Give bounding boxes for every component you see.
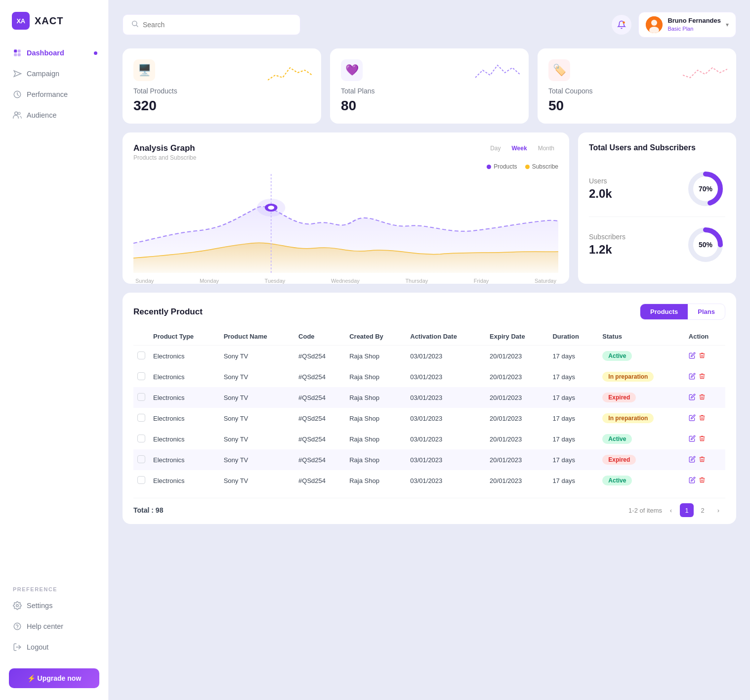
row-checkbox[interactable] <box>137 393 145 401</box>
row-checkbox[interactable] <box>137 372 145 380</box>
action-icons <box>689 435 721 443</box>
svg-rect-0 <box>14 49 17 52</box>
edit-button[interactable] <box>689 477 696 485</box>
status-badge: Expired <box>602 455 636 465</box>
row-check-cell[interactable] <box>133 366 149 387</box>
row-expiry: 20/01/2023 <box>486 366 548 387</box>
status-badge: Expired <box>602 393 636 402</box>
period-day[interactable]: Day <box>486 143 504 153</box>
pagination-page-1[interactable]: 1 <box>680 503 694 517</box>
row-checkbox[interactable] <box>137 476 145 484</box>
tab-products[interactable]: Products <box>640 304 688 319</box>
row-expiry: 20/01/2023 <box>486 387 548 408</box>
row-check-cell[interactable] <box>133 346 149 367</box>
legend-subscribe-dot <box>525 165 530 169</box>
svg-rect-1 <box>18 49 21 52</box>
row-expiry: 20/01/2023 <box>486 408 548 429</box>
sidebar-item-dashboard[interactable]: Dashboard <box>6 44 102 62</box>
row-code: #QSd254 <box>294 387 345 408</box>
row-status: In preparation <box>598 408 685 429</box>
edit-button[interactable] <box>689 352 696 360</box>
row-checkbox[interactable] <box>137 435 145 442</box>
users-donut: 70% <box>686 169 725 209</box>
delete-button[interactable] <box>699 477 706 485</box>
chevron-down-icon: ▾ <box>726 21 729 28</box>
tab-plans[interactable]: Plans <box>688 304 725 319</box>
chart-area: Sunday Monday Tuesday Wednesday Thursday… <box>133 174 558 273</box>
edit-button[interactable] <box>689 414 696 423</box>
sidebar-item-logout[interactable]: Logout <box>6 638 102 656</box>
table-row: Electronics Sony TV #QSd254 Raja Shop 03… <box>133 408 725 429</box>
row-expiry: 20/01/2023 <box>486 470 548 491</box>
period-week[interactable]: Week <box>508 143 531 153</box>
main-content: Bruno Fernandes Basic Plan ▾ 🖥️ Total Pr… <box>109 0 750 700</box>
sidebar-item-campaign[interactable]: Campaign <box>6 64 102 83</box>
notification-button[interactable] <box>612 15 631 35</box>
sidebar-item-performance[interactable]: Performance <box>6 85 102 104</box>
edit-button[interactable] <box>689 435 696 443</box>
row-status: Active <box>598 429 685 449</box>
x-label-monday: Monday <box>200 278 219 284</box>
row-check-cell[interactable] <box>133 429 149 449</box>
row-check-cell[interactable] <box>133 470 149 491</box>
edit-button[interactable] <box>689 456 696 464</box>
coupons-sparkline <box>683 60 727 85</box>
delete-button[interactable] <box>699 394 706 402</box>
upgrade-button[interactable]: ⚡ Upgrade now <box>9 668 99 688</box>
row-code: #QSd254 <box>294 408 345 429</box>
edit-button[interactable] <box>689 373 696 381</box>
table-total: Total : 98 <box>133 506 163 514</box>
row-expiry: 20/01/2023 <box>486 429 548 449</box>
search-bar[interactable] <box>123 14 300 35</box>
pagination-page-2[interactable]: 2 <box>696 503 709 517</box>
sidebar-item-settings[interactable]: Settings <box>6 596 102 615</box>
analysis-sub: Products and Subscribe <box>133 154 196 161</box>
pagination-prev[interactable]: ‹ <box>664 503 678 517</box>
svg-point-18 <box>268 206 274 210</box>
row-name: Sony TV <box>220 346 294 367</box>
x-label-thursday: Thursday <box>405 278 428 284</box>
x-label-wednesday: Wednesday <box>331 278 360 284</box>
pagination-next[interactable]: › <box>711 503 725 517</box>
action-icons <box>689 373 721 381</box>
svg-point-10 <box>132 21 137 26</box>
row-check-cell[interactable] <box>133 408 149 429</box>
stat-products-value: 320 <box>133 98 310 114</box>
stat-card-plans: 💜 Total Plans 80 <box>330 48 529 124</box>
table-row: Electronics Sony TV #QSd254 Raja Shop 03… <box>133 366 725 387</box>
delete-button[interactable] <box>699 435 706 443</box>
row-checkbox[interactable] <box>137 414 145 422</box>
legend-products-dot <box>487 165 491 169</box>
row-check-cell[interactable] <box>133 449 149 470</box>
action-icons <box>689 477 721 485</box>
edit-button[interactable] <box>689 394 696 402</box>
table-row: Electronics Sony TV #QSd254 Raja Shop 03… <box>133 387 725 408</box>
row-activation: 03/01/2023 <box>406 429 486 449</box>
delete-button[interactable] <box>699 414 706 423</box>
x-label-friday: Friday <box>474 278 489 284</box>
delete-button[interactable] <box>699 456 706 464</box>
sidebar-dashboard-label: Dashboard <box>27 49 64 57</box>
sidebar-item-help[interactable]: Help center <box>6 617 102 636</box>
period-month[interactable]: Month <box>534 143 558 153</box>
row-code: #QSd254 <box>294 366 345 387</box>
row-check-cell[interactable] <box>133 387 149 408</box>
delete-button[interactable] <box>699 373 706 381</box>
col-action: Action <box>685 328 725 346</box>
search-icon <box>131 20 139 30</box>
user-badge[interactable]: Bruno Fernandes Basic Plan ▾ <box>638 12 736 38</box>
search-input[interactable] <box>143 21 292 29</box>
col-activation-date: Activation Date <box>406 328 486 346</box>
users-value: 2.0k <box>589 187 612 201</box>
row-checkbox[interactable] <box>137 351 145 359</box>
row-checkbox[interactable] <box>137 455 145 463</box>
row-expiry: 20/01/2023 <box>486 346 548 367</box>
table-card: Recently Product Products Plans Product … <box>123 293 736 524</box>
delete-button[interactable] <box>699 352 706 360</box>
legend-subscribe-label: Subscribe <box>532 163 558 170</box>
status-badge: Active <box>602 351 632 361</box>
sidebar-item-audience[interactable]: Audience <box>6 106 102 125</box>
users-label: Users <box>589 177 612 185</box>
subscribers-info: Subscribers 1.2k <box>589 233 625 257</box>
row-duration: 17 days <box>548 346 598 367</box>
